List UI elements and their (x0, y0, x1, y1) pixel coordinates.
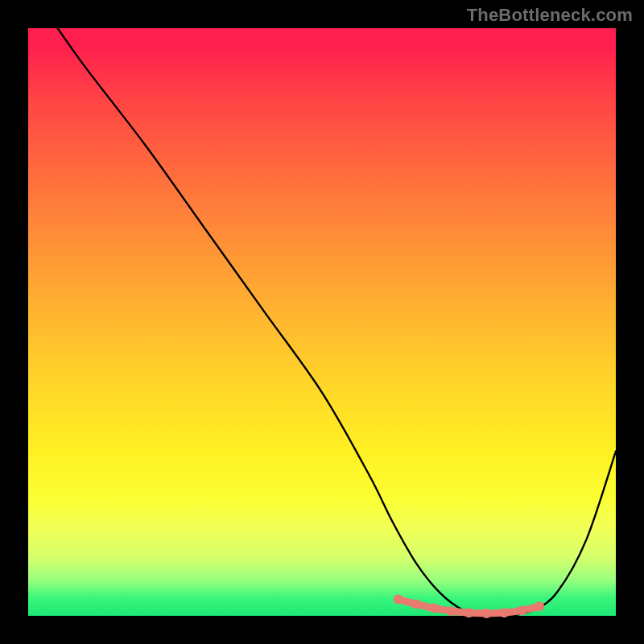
highlight-dot (517, 605, 526, 615)
attribution-text: TheBottleneck.com (467, 5, 633, 26)
highlight-dot (499, 608, 509, 617)
highlight-dot (429, 604, 439, 613)
highlight-dot (411, 599, 421, 609)
plot-area (28, 28, 616, 616)
chart-frame: TheBottleneck.com (0, 0, 644, 644)
highlight-dot (481, 609, 491, 618)
highlight-dot (535, 601, 544, 611)
highlight-markers (394, 595, 544, 619)
highlight-dot (464, 608, 474, 617)
highlight-dot (447, 606, 456, 616)
bottleneck-curve (58, 28, 617, 617)
curve-layer (28, 28, 616, 616)
highlight-dot (394, 595, 403, 605)
